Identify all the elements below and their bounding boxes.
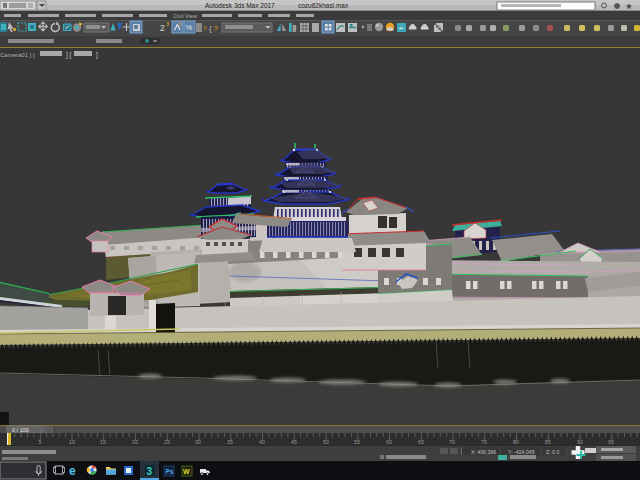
svg-text:30: 30 — [195, 439, 201, 445]
svg-text:Z: 0.0: Z: 0.0 — [546, 449, 559, 455]
svg-text:Ps: Ps — [166, 468, 174, 475]
svg-text:40: 40 — [259, 439, 265, 445]
svg-text:3: 3 — [179, 21, 182, 27]
svg-text:45: 45 — [291, 439, 297, 445]
svg-text:60: 60 — [386, 439, 392, 445]
svg-text:3: 3 — [147, 466, 153, 477]
svg-text:X: 406,396: X: 406,396 — [471, 449, 496, 455]
svg-text:20: 20 — [132, 439, 138, 445]
svg-text:] [: ] [ — [66, 51, 72, 59]
svg-text:70: 70 — [449, 439, 455, 445]
svg-text:]: ] — [96, 51, 98, 59]
svg-text:Camera01 ] [: Camera01 ] [ — [0, 52, 35, 58]
svg-text:Autodesk 3ds Max 2017: Autodesk 3ds Max 2017 — [205, 2, 275, 9]
svg-text:3: 3 — [166, 21, 169, 27]
svg-text:55: 55 — [354, 439, 360, 445]
svg-text:35: 35 — [227, 439, 233, 445]
svg-text:cozu62khasi.max: cozu62khasi.max — [298, 2, 349, 9]
svg-text:2: 2 — [160, 23, 165, 33]
svg-text:Y: -424,045: Y: -424,045 — [508, 449, 535, 455]
svg-text:5: 5 — [39, 439, 42, 445]
svg-text:15: 15 — [100, 439, 106, 445]
svg-text:50: 50 — [323, 439, 329, 445]
svg-text:95: 95 — [608, 439, 614, 445]
svg-text:80: 80 — [513, 439, 519, 445]
svg-text:25: 25 — [164, 439, 170, 445]
svg-text:?: ? — [203, 25, 207, 32]
svg-text:%: % — [186, 23, 193, 32]
svg-text:W: W — [183, 468, 190, 475]
svg-text:85: 85 — [545, 439, 551, 445]
svg-text:65: 65 — [418, 439, 424, 445]
svg-text:e: e — [69, 464, 76, 478]
svg-text:75: 75 — [481, 439, 487, 445]
svg-text:?: ? — [214, 24, 219, 33]
svg-text:10: 10 — [69, 439, 75, 445]
svg-text:{: { — [209, 24, 212, 33]
svg-text:0 / 100: 0 / 100 — [12, 427, 29, 433]
svg-text:Civil View: Civil View — [173, 13, 198, 19]
svg-text:90: 90 — [577, 439, 583, 445]
